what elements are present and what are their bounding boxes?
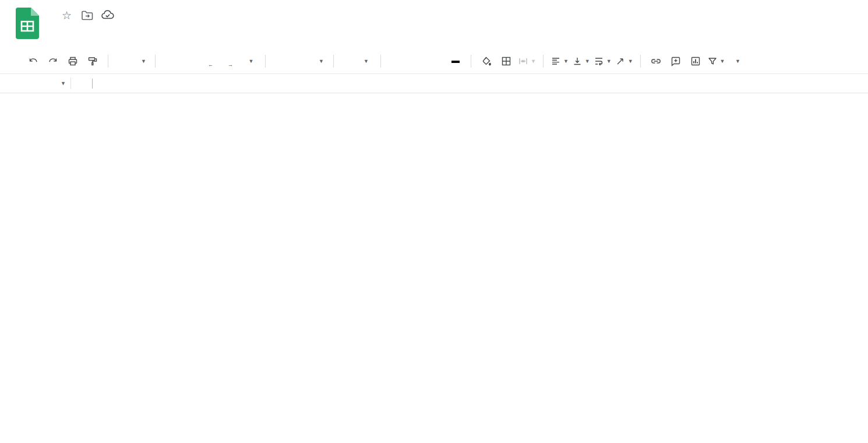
insert-link-icon[interactable]	[648, 53, 664, 69]
strikethrough-button[interactable]	[428, 53, 444, 69]
chevron-down-icon: ▼	[364, 58, 369, 64]
divider	[155, 55, 156, 68]
number-format-select[interactable]: ▼	[242, 53, 258, 69]
divider	[380, 55, 381, 68]
chevron-down-icon: ▼	[61, 80, 66, 86]
insert-comment-icon[interactable]	[668, 53, 684, 69]
app-header: ☆	[0, 0, 868, 49]
format-percent-button[interactable]	[182, 53, 199, 69]
text-rotation-icon[interactable]: ▼	[615, 53, 633, 69]
vertical-align-icon[interactable]: ▼	[572, 53, 590, 69]
chevron-down-icon: ▼	[628, 58, 633, 64]
arrow-left-icon: ←	[208, 62, 213, 68]
chevron-down-icon: ▼	[563, 58, 569, 64]
divider	[543, 55, 544, 68]
text-color-button[interactable]	[447, 53, 464, 69]
fill-color-icon[interactable]	[478, 53, 495, 69]
arrow-right-icon: →	[228, 62, 233, 68]
chevron-down-icon: ▼	[606, 58, 612, 64]
star-icon[interactable]: ☆	[62, 9, 72, 22]
divider	[265, 55, 266, 68]
decrease-decimals-button[interactable]: ←	[202, 53, 218, 69]
italic-button[interactable]	[408, 53, 424, 69]
chevron-down-icon: ▼	[249, 58, 254, 64]
redo-icon[interactable]	[45, 53, 61, 69]
move-folder-icon[interactable]	[81, 10, 93, 20]
divider	[471, 55, 471, 68]
saved-status[interactable]	[101, 9, 118, 22]
filter-icon[interactable]: ▼	[707, 53, 725, 69]
format-currency-button[interactable]	[163, 53, 179, 69]
divider	[333, 55, 334, 68]
divider	[70, 78, 71, 89]
paint-format-icon[interactable]	[84, 53, 101, 69]
print-icon[interactable]	[65, 53, 81, 69]
bold-button[interactable]	[388, 53, 404, 69]
cloud-check-icon	[101, 9, 114, 22]
formula-input[interactable]	[92, 79, 93, 89]
increase-decimals-button[interactable]: →	[222, 53, 238, 69]
horizontal-align-icon[interactable]: ▼	[551, 53, 569, 69]
merge-cells-icon[interactable]: ▼	[518, 53, 536, 69]
insert-chart-icon[interactable]	[687, 53, 704, 69]
chevron-down-icon: ▼	[585, 58, 590, 64]
font-select[interactable]: ▼	[273, 53, 326, 69]
divider	[108, 55, 108, 68]
zoom-select[interactable]: ▼	[115, 53, 148, 69]
chevron-down-icon: ▼	[735, 58, 740, 64]
undo-icon[interactable]	[25, 53, 41, 69]
sheets-logo-icon[interactable]	[16, 8, 39, 41]
borders-icon[interactable]	[498, 53, 514, 69]
functions-button[interactable]: ▼	[729, 53, 745, 69]
toolbar: ▼ ← → ▼ ▼ ▼ ▼ ▼ ▼	[0, 49, 868, 74]
formula-bar: ▼	[0, 74, 868, 93]
chevron-down-icon: ▼	[531, 58, 536, 64]
font-size-select[interactable]: ▼	[341, 53, 373, 69]
text-wrap-icon[interactable]: ▼	[594, 53, 612, 69]
chevron-down-icon: ▼	[319, 58, 324, 64]
name-box[interactable]: ▼	[0, 80, 66, 86]
sheet-grid	[0, 93, 868, 443]
chevron-down-icon: ▼	[720, 58, 725, 64]
divider	[640, 55, 641, 68]
chevron-down-icon: ▼	[141, 58, 146, 64]
